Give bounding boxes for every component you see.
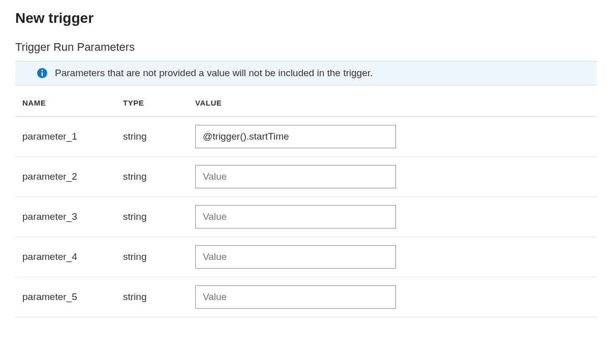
- param-type: string: [123, 131, 195, 142]
- table-row: parameter_4 string: [15, 237, 597, 277]
- param-name: parameter_3: [22, 211, 123, 222]
- page-title: New trigger: [15, 10, 597, 26]
- param-type: string: [123, 291, 195, 303]
- svg-rect-1: [42, 72, 43, 76]
- param-name: parameter_1: [22, 131, 123, 142]
- info-icon: [37, 68, 48, 79]
- param-type: string: [123, 211, 195, 222]
- header-type: TYPE: [123, 98, 195, 107]
- parameters-table: NAME TYPE VALUE parameter_1 string param…: [15, 85, 597, 317]
- param-value-input[interactable]: [195, 165, 396, 188]
- param-name: parameter_4: [22, 251, 123, 262]
- param-value-input[interactable]: [195, 285, 396, 309]
- info-banner-text: Parameters that are not provided a value…: [55, 68, 373, 79]
- header-name: NAME: [22, 98, 123, 107]
- param-value-input[interactable]: [195, 245, 396, 269]
- table-header-row: NAME TYPE VALUE: [15, 85, 597, 117]
- info-banner: Parameters that are not provided a value…: [15, 61, 597, 85]
- section-title: Trigger Run Parameters: [15, 41, 597, 54]
- table-row: parameter_5 string: [15, 277, 597, 317]
- param-type: string: [123, 251, 195, 262]
- param-value-input[interactable]: [195, 125, 396, 148]
- header-value: VALUE: [195, 98, 597, 107]
- table-row: parameter_3 string: [15, 197, 597, 237]
- param-value-input[interactable]: [195, 205, 396, 228]
- svg-point-2: [42, 70, 43, 71]
- param-type: string: [123, 171, 195, 182]
- table-row: parameter_2 string: [15, 157, 597, 197]
- param-name: parameter_2: [22, 171, 123, 182]
- table-row: parameter_1 string: [15, 117, 597, 157]
- param-name: parameter_5: [22, 291, 123, 303]
